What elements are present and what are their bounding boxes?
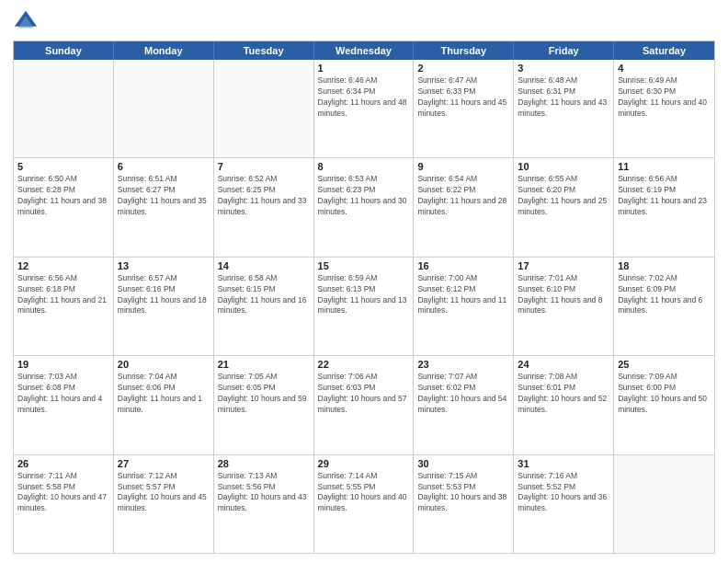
cell-info: Sunrise: 6:58 AM Sunset: 6:15 PM Dayligh… — [218, 273, 310, 317]
cell-info: Sunrise: 6:51 AM Sunset: 6:27 PM Dayligh… — [118, 174, 210, 218]
cell-info: Sunrise: 7:02 AM Sunset: 6:09 PM Dayligh… — [618, 273, 711, 317]
cell-date: 21 — [218, 359, 310, 370]
calendar-row: 5Sunrise: 6:50 AM Sunset: 6:28 PM Daylig… — [14, 158, 714, 257]
calendar-cell: 1Sunrise: 6:46 AM Sunset: 6:34 PM Daylig… — [314, 60, 415, 157]
cell-date: 24 — [518, 359, 609, 370]
calendar-cell — [114, 60, 214, 157]
cell-info: Sunrise: 6:56 AM Sunset: 6:19 PM Dayligh… — [618, 174, 711, 218]
cell-info: Sunrise: 7:16 AM Sunset: 5:52 PM Dayligh… — [518, 471, 609, 515]
calendar-page: SundayMondayTuesdayWednesdayThursdayFrid… — [0, 0, 728, 563]
cell-info: Sunrise: 7:12 AM Sunset: 5:57 PM Dayligh… — [118, 471, 210, 515]
cell-date: 12 — [17, 260, 109, 271]
cell-date: 15 — [318, 260, 410, 271]
cell-date: 18 — [618, 260, 711, 271]
cell-info: Sunrise: 6:53 AM Sunset: 6:23 PM Dayligh… — [318, 174, 410, 218]
cell-info: Sunrise: 7:03 AM Sunset: 6:08 PM Dayligh… — [17, 372, 109, 416]
cell-date: 11 — [618, 161, 711, 172]
calendar-cell: 2Sunrise: 6:47 AM Sunset: 6:33 PM Daylig… — [414, 60, 514, 157]
calendar-cell: 7Sunrise: 6:52 AM Sunset: 6:25 PM Daylig… — [214, 158, 314, 256]
cell-date: 7 — [218, 161, 310, 172]
cell-info: Sunrise: 7:00 AM Sunset: 6:12 PM Dayligh… — [417, 273, 509, 317]
cell-info: Sunrise: 7:08 AM Sunset: 6:01 PM Dayligh… — [518, 372, 609, 416]
cell-date: 4 — [618, 63, 711, 74]
cell-date: 29 — [318, 458, 410, 469]
day-header: Tuesday — [214, 41, 314, 60]
calendar-row: 19Sunrise: 7:03 AM Sunset: 6:08 PM Dayli… — [14, 356, 714, 454]
calendar-cell: 30Sunrise: 7:15 AM Sunset: 5:53 PM Dayli… — [414, 455, 514, 553]
calendar-cell: 14Sunrise: 6:58 AM Sunset: 6:15 PM Dayli… — [214, 258, 314, 355]
calendar-cell: 9Sunrise: 6:54 AM Sunset: 6:22 PM Daylig… — [414, 158, 514, 256]
cell-info: Sunrise: 7:11 AM Sunset: 5:58 PM Dayligh… — [17, 471, 109, 515]
cell-date: 25 — [618, 359, 711, 370]
cell-date: 17 — [518, 260, 609, 271]
cell-info: Sunrise: 7:01 AM Sunset: 6:10 PM Dayligh… — [518, 273, 609, 317]
calendar-cell: 6Sunrise: 6:51 AM Sunset: 6:27 PM Daylig… — [114, 158, 214, 256]
calendar-cell: 3Sunrise: 6:48 AM Sunset: 6:31 PM Daylig… — [514, 60, 614, 157]
calendar-cell: 13Sunrise: 6:57 AM Sunset: 6:16 PM Dayli… — [114, 258, 214, 355]
cell-info: Sunrise: 7:07 AM Sunset: 6:02 PM Dayligh… — [417, 372, 509, 416]
cell-info: Sunrise: 6:56 AM Sunset: 6:18 PM Dayligh… — [17, 273, 109, 317]
cell-date: 8 — [318, 161, 410, 172]
calendar-cell: 15Sunrise: 6:59 AM Sunset: 6:13 PM Dayli… — [314, 258, 415, 355]
day-header: Monday — [114, 41, 214, 60]
calendar-cell: 16Sunrise: 7:00 AM Sunset: 6:12 PM Dayli… — [414, 258, 514, 355]
cell-date: 20 — [118, 359, 210, 370]
cell-date: 22 — [318, 359, 410, 370]
cell-info: Sunrise: 6:50 AM Sunset: 6:28 PM Dayligh… — [17, 174, 109, 218]
calendar-cell: 25Sunrise: 7:09 AM Sunset: 6:00 PM Dayli… — [614, 356, 714, 454]
cell-info: Sunrise: 7:15 AM Sunset: 5:53 PM Dayligh… — [417, 471, 509, 515]
calendar-cell: 23Sunrise: 7:07 AM Sunset: 6:02 PM Dayli… — [414, 356, 514, 454]
calendar: SundayMondayTuesdayWednesdayThursdayFrid… — [13, 40, 715, 554]
cell-date: 10 — [518, 161, 609, 172]
day-header: Sunday — [14, 41, 114, 60]
calendar-cell: 26Sunrise: 7:11 AM Sunset: 5:58 PM Dayli… — [14, 455, 114, 553]
cell-date: 16 — [417, 260, 509, 271]
day-header: Thursday — [414, 41, 514, 60]
calendar-cell: 12Sunrise: 6:56 AM Sunset: 6:18 PM Dayli… — [14, 258, 114, 355]
cell-date: 31 — [518, 458, 609, 469]
cell-info: Sunrise: 7:06 AM Sunset: 6:03 PM Dayligh… — [318, 372, 410, 416]
cell-info: Sunrise: 6:48 AM Sunset: 6:31 PM Dayligh… — [518, 75, 609, 120]
cell-date: 9 — [417, 161, 509, 172]
cell-info: Sunrise: 7:05 AM Sunset: 6:05 PM Dayligh… — [218, 372, 310, 416]
calendar-row: 26Sunrise: 7:11 AM Sunset: 5:58 PM Dayli… — [14, 455, 714, 553]
cell-info: Sunrise: 7:13 AM Sunset: 5:56 PM Dayligh… — [218, 471, 310, 515]
cell-date: 23 — [417, 359, 509, 370]
calendar-cell: 28Sunrise: 7:13 AM Sunset: 5:56 PM Dayli… — [214, 455, 314, 553]
cell-date: 19 — [17, 359, 109, 370]
cell-date: 27 — [118, 458, 210, 469]
cell-info: Sunrise: 6:55 AM Sunset: 6:20 PM Dayligh… — [518, 174, 609, 218]
cell-date: 26 — [17, 458, 109, 469]
cell-date: 3 — [518, 63, 609, 74]
calendar-cell: 4Sunrise: 6:49 AM Sunset: 6:30 PM Daylig… — [614, 60, 714, 157]
cell-date: 30 — [417, 458, 509, 469]
calendar-cell: 19Sunrise: 7:03 AM Sunset: 6:08 PM Dayli… — [14, 356, 114, 454]
calendar-cell: 11Sunrise: 6:56 AM Sunset: 6:19 PM Dayli… — [614, 158, 714, 256]
calendar-row: 1Sunrise: 6:46 AM Sunset: 6:34 PM Daylig… — [14, 60, 714, 158]
day-header: Saturday — [614, 41, 714, 60]
cell-info: Sunrise: 6:52 AM Sunset: 6:25 PM Dayligh… — [218, 174, 310, 218]
logo — [13, 9, 42, 35]
cell-info: Sunrise: 6:46 AM Sunset: 6:34 PM Dayligh… — [318, 75, 410, 120]
calendar-body: 1Sunrise: 6:46 AM Sunset: 6:34 PM Daylig… — [14, 60, 714, 553]
cell-info: Sunrise: 6:49 AM Sunset: 6:30 PM Dayligh… — [618, 75, 711, 120]
cell-date: 28 — [218, 458, 310, 469]
cell-date: 5 — [17, 161, 109, 172]
cell-info: Sunrise: 6:57 AM Sunset: 6:16 PM Dayligh… — [118, 273, 210, 317]
cell-date: 1 — [318, 63, 410, 74]
calendar-cell: 5Sunrise: 6:50 AM Sunset: 6:28 PM Daylig… — [14, 158, 114, 256]
cell-date: 6 — [118, 161, 210, 172]
day-headers-row: SundayMondayTuesdayWednesdayThursdayFrid… — [14, 41, 714, 60]
day-header: Wednesday — [314, 41, 415, 60]
cell-date: 13 — [118, 260, 210, 271]
cell-info: Sunrise: 6:47 AM Sunset: 6:33 PM Dayligh… — [417, 75, 509, 120]
calendar-cell: 20Sunrise: 7:04 AM Sunset: 6:06 PM Dayli… — [114, 356, 214, 454]
calendar-cell — [614, 455, 714, 553]
calendar-row: 12Sunrise: 6:56 AM Sunset: 6:18 PM Dayli… — [14, 258, 714, 356]
cell-date: 2 — [417, 63, 509, 74]
calendar-cell: 21Sunrise: 7:05 AM Sunset: 6:05 PM Dayli… — [214, 356, 314, 454]
cell-info: Sunrise: 6:54 AM Sunset: 6:22 PM Dayligh… — [417, 174, 509, 218]
calendar-cell: 31Sunrise: 7:16 AM Sunset: 5:52 PM Dayli… — [514, 455, 614, 553]
calendar-cell: 22Sunrise: 7:06 AM Sunset: 6:03 PM Dayli… — [314, 356, 415, 454]
cell-info: Sunrise: 6:59 AM Sunset: 6:13 PM Dayligh… — [318, 273, 410, 317]
